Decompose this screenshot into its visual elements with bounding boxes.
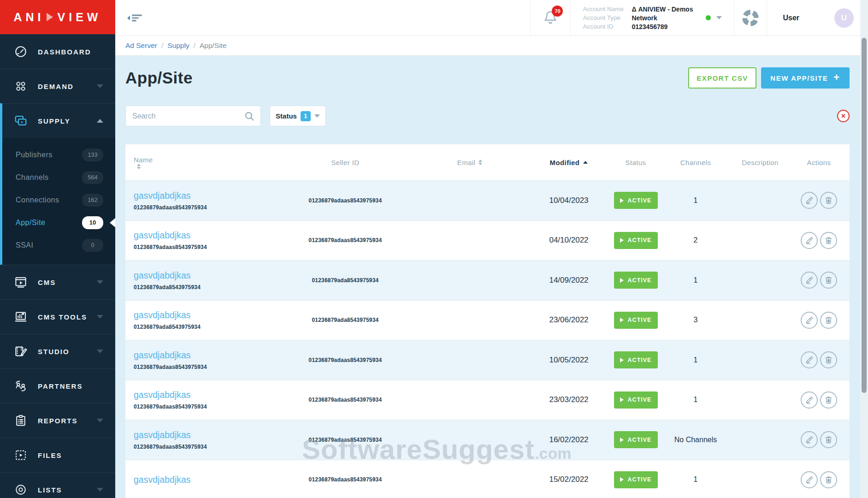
sidebar-item-partners[interactable]: PARTNERS <box>0 368 115 403</box>
sidebar-subitem-ssai[interactable]: SSAI 0 <box>0 234 115 256</box>
status-active-button[interactable]: ACTIVE <box>614 391 658 409</box>
delete-button[interactable] <box>820 391 837 409</box>
actions-cell <box>795 192 843 209</box>
edit-button[interactable] <box>801 391 818 409</box>
page-title: App/Site <box>125 69 193 87</box>
column-header-email[interactable]: Email <box>407 159 532 166</box>
breadcrumb-current: App/Site <box>200 42 227 50</box>
delete-button[interactable] <box>820 351 837 368</box>
user-menu[interactable]: User U <box>767 0 860 36</box>
scrollbar-thumb[interactable] <box>862 38 867 393</box>
appsite-name-link[interactable]: gasvdjabdjkas <box>134 190 191 201</box>
sidebar-subitem-label: App/Site <box>16 219 45 227</box>
table-row: gasvdjabdjkas 01236879adaas8543975934 01… <box>125 340 850 380</box>
appsite-sub-id: 01236879adaas8543975934 <box>134 204 207 211</box>
column-header-name[interactable]: Name <box>125 156 283 169</box>
appsite-name-link[interactable]: gasvdjabdjkas <box>134 310 191 320</box>
status-active-button[interactable]: ACTIVE <box>614 351 658 368</box>
user-label: User <box>783 14 799 22</box>
delete-button[interactable] <box>820 272 837 289</box>
sidebar-item-lists[interactable]: LISTS <box>0 472 115 498</box>
sidebar-item-supply[interactable]: SUPPLY <box>0 103 115 138</box>
delete-button[interactable] <box>820 431 837 448</box>
breadcrumb-supply[interactable]: Supply <box>167 42 189 50</box>
delete-button[interactable] <box>820 192 837 209</box>
table-row: gasvdjabdjkas 01236879adaas8543975934 01… <box>125 380 850 420</box>
channels-cell: 1 <box>666 196 726 205</box>
search-input[interactable] <box>132 112 244 120</box>
sidebar-item-studio[interactable]: STUDIO <box>0 334 115 368</box>
breadcrumb-ad-server[interactable]: Ad Server <box>125 42 157 50</box>
channels-cell: 2 <box>666 236 726 244</box>
channels-cell: 3 <box>666 316 726 324</box>
table-row: gasvdjabdjkas 01236879ada8543975934 0123… <box>125 260 850 300</box>
appsite-name-link[interactable]: gasvdjabdjkas <box>134 230 191 241</box>
account-type-label: Account Type <box>583 14 627 22</box>
actions-cell <box>795 312 843 329</box>
actions-cell <box>795 391 843 409</box>
edit-button[interactable] <box>801 232 818 249</box>
appsite-name-link[interactable]: gasvdjabdjkas <box>134 350 191 361</box>
edit-button[interactable] <box>801 431 818 448</box>
sidebar-item-cms[interactable]: CMS <box>0 265 115 299</box>
apps-wheel-button[interactable] <box>734 0 767 36</box>
status-active-button[interactable]: ACTIVE <box>614 272 658 289</box>
new-appsite-button[interactable]: NEW APP/SITE + <box>761 67 850 89</box>
appsite-name-link[interactable]: gasvdjabdjkas <box>134 270 191 281</box>
account-switcher[interactable]: Account Name Δ ANIVIEW - Demos Account T… <box>571 0 734 36</box>
play-icon <box>620 477 624 482</box>
delete-button[interactable] <box>820 471 837 488</box>
aniview-logo[interactable]: ANI VIEW <box>0 0 115 34</box>
appsite-name-link[interactable]: gasvdjabdjkas <box>134 474 191 485</box>
sidebar-item-dashboard[interactable]: DASHBOARD <box>0 34 115 69</box>
sidebar-collapse-button[interactable] <box>126 12 143 24</box>
reports-icon <box>14 414 28 427</box>
column-header-seller-id: Seller ID <box>283 159 407 166</box>
search-icon <box>244 111 255 122</box>
edit-button[interactable] <box>801 471 818 488</box>
sidebar-subitem-channels[interactable]: Channels 564 <box>0 166 115 189</box>
clear-filters-button[interactable]: ✕ <box>837 110 850 122</box>
page-actions: EXPORT CSV NEW APP/SITE + <box>688 67 850 89</box>
column-header-label: Description <box>742 159 778 166</box>
appsite-sub-id: 01236879adaas8543975934 <box>134 244 207 250</box>
notifications-button[interactable]: 70 <box>531 0 570 36</box>
status-active-button[interactable]: ACTIVE <box>614 312 658 329</box>
actions-cell <box>795 471 843 488</box>
sidebar-subitem-app-site[interactable]: App/Site 10 <box>0 211 115 234</box>
appsite-name-link[interactable]: gasvdjabdjkas <box>134 430 191 440</box>
partners-icon <box>14 379 28 393</box>
plus-icon: + <box>833 72 840 83</box>
sidebar-item-cms-tools[interactable]: CMS TOOLS <box>0 299 115 334</box>
edit-button[interactable] <box>801 312 818 329</box>
name-cell: gasvdjabdjkas 01236879adaas8543975934 <box>125 430 283 450</box>
pencil-icon <box>804 475 814 485</box>
status-active-button[interactable]: ACTIVE <box>614 471 658 488</box>
export-csv-button[interactable]: EXPORT CSV <box>688 67 756 89</box>
seller-id-cell: 01236879adaas8543975934 <box>283 397 407 403</box>
edit-button[interactable] <box>801 272 818 289</box>
avatar[interactable]: U <box>834 8 854 28</box>
status-filter-dropdown[interactable]: Status 1 <box>270 106 326 126</box>
delete-button[interactable] <box>820 232 837 249</box>
sidebar-item-files[interactable]: FILES <box>0 438 115 472</box>
edit-button[interactable] <box>801 192 818 209</box>
trash-icon <box>824 435 833 445</box>
chevron-down-icon <box>97 488 103 492</box>
appsite-name-link[interactable]: gasvdjabdjkas <box>134 390 191 400</box>
status-active-button[interactable]: ACTIVE <box>614 232 658 249</box>
sidebar-subitem-connections[interactable]: Connections 162 <box>0 189 115 211</box>
sidebar-item-reports[interactable]: REPORTS <box>0 403 115 438</box>
supply-submenu: Publishers 133 Channels 564 Connections … <box>0 138 115 265</box>
status-active-button[interactable]: ACTIVE <box>614 431 658 448</box>
table-row: gasvdjabdjkas 01236879adaas8543975934 01… <box>125 180 850 220</box>
status-active-button[interactable]: ACTIVE <box>614 192 658 209</box>
count-badge: 133 <box>82 148 103 161</box>
column-header-modified[interactable]: Modified <box>532 159 606 166</box>
sidebar-item-demand[interactable]: DEMAND <box>0 69 115 103</box>
title-row: App/Site EXPORT CSV NEW APP/SITE + <box>125 66 850 90</box>
status-cell: ACTIVE <box>606 431 666 448</box>
edit-button[interactable] <box>801 351 818 368</box>
sidebar-subitem-publishers[interactable]: Publishers 133 <box>0 143 115 166</box>
delete-button[interactable] <box>820 312 837 329</box>
